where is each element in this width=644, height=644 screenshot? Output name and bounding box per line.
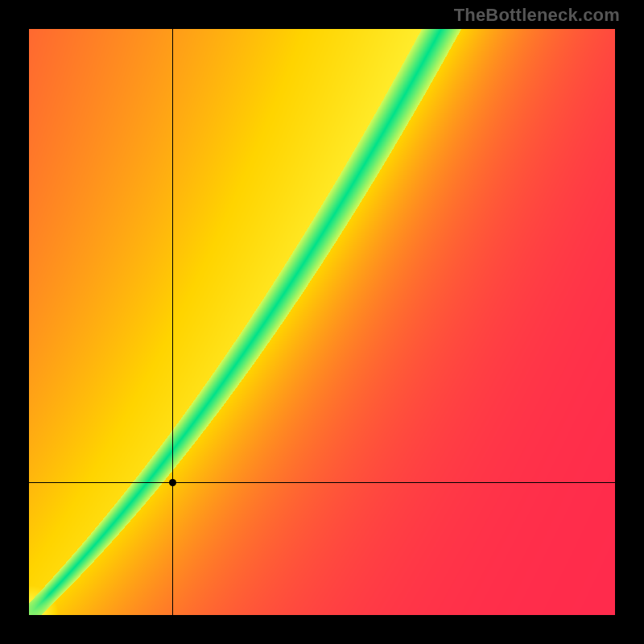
heatmap-canvas [29,29,615,615]
marker-dot [169,479,176,486]
crosshair-horizontal [29,482,615,483]
chart-frame: TheBottleneck.com [0,0,644,644]
crosshair-vertical [172,29,173,615]
heatmap-plot [29,29,615,615]
watermark-text: TheBottleneck.com [454,5,620,26]
